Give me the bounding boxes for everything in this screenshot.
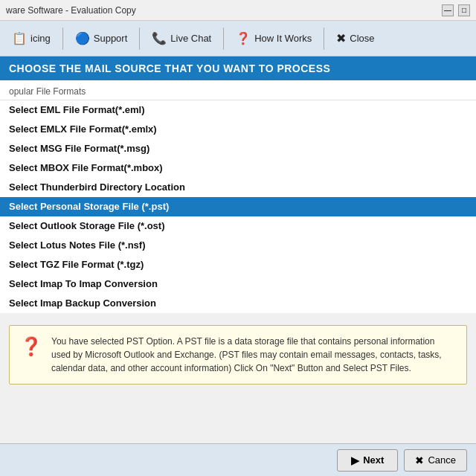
format-item-tgz[interactable]: Select TGZ File Format (*.tgz) (0, 255, 476, 274)
restore-button[interactable]: □ (458, 4, 470, 16)
format-item-nsf[interactable]: Select Lotus Notes File (*.nsf) (0, 236, 476, 255)
livechat-button[interactable]: 📞 Live Chat (143, 27, 220, 50)
licensing-button[interactable]: 📋 icing (3, 27, 60, 50)
header-text: CHOOSE THE MAIL SOURCE THAT YOU WANT TO … (9, 62, 330, 74)
cancel-label: Cance (428, 454, 456, 466)
format-item-imapbackup[interactable]: Select Imap Backup Conversion (0, 294, 476, 313)
title-bar-text: ware Software - Evaluation Copy (6, 5, 136, 16)
format-item-thunderbird[interactable]: Select Thunderbird Directory Location (0, 178, 476, 197)
info-box: ❓ You have selected PST Option. A PST fi… (9, 325, 467, 385)
next-label: Next (363, 454, 384, 466)
separator-3 (223, 28, 224, 50)
cancel-icon: ✖ (415, 454, 424, 466)
next-button[interactable]: ▶ Next (337, 449, 398, 472)
livechat-label: Live Chat (170, 33, 211, 44)
livechat-icon: 📞 (152, 31, 167, 45)
support-button[interactable]: 🔵 Support (66, 27, 137, 50)
separator-2 (139, 28, 140, 50)
support-icon: 🔵 (75, 31, 90, 45)
format-item-eml[interactable]: Select EML File Format(*.eml) (0, 100, 476, 120)
format-item-pst[interactable]: Select Personal Storage File (*.pst) (0, 197, 476, 216)
next-icon: ▶ (351, 454, 359, 466)
info-icon: ❓ (20, 336, 42, 357)
section-label: opular File Formats (0, 80, 476, 100)
howitworks-icon: ❓ (236, 31, 251, 45)
licensing-icon: 📋 (12, 31, 27, 45)
cancel-button[interactable]: ✖ Cance (404, 449, 467, 472)
format-item-emlx[interactable]: Select EMLX File Format(*.emlx) (0, 120, 476, 139)
header-bar: CHOOSE THE MAIL SOURCE THAT YOU WANT TO … (0, 57, 476, 80)
main-content: opular File Formats Select EML File Form… (0, 80, 476, 313)
info-text: You have selected PST Option. A PST file… (51, 335, 456, 375)
separator-1 (62, 28, 63, 50)
format-list: Select EML File Format(*.eml)Select EMLX… (0, 100, 476, 313)
bottom-bar: ▶ Next ✖ Cance (0, 443, 476, 476)
separator-4 (324, 28, 324, 50)
howitworks-label: How It Works (254, 33, 312, 44)
close-button[interactable]: ✖ Close (327, 27, 383, 50)
licensing-label: icing (30, 33, 51, 44)
minimize-button[interactable]: — (442, 4, 454, 16)
format-item-mbox[interactable]: Select MBOX File Format(*.mbox) (0, 158, 476, 178)
format-item-ost[interactable]: Select Outlook Storage File (*.ost) (0, 216, 476, 236)
format-item-imap2imap[interactable]: Select Imap To Imap Conversion (0, 274, 476, 294)
toolbar: 📋 icing 🔵 Support 📞 Live Chat ❓ How It W… (0, 21, 476, 57)
close-label: Close (350, 33, 374, 44)
title-bar: ware Software - Evaluation Copy — □ (0, 0, 476, 21)
close-icon: ✖ (336, 31, 346, 45)
howitworks-button[interactable]: ❓ How It Works (227, 27, 321, 50)
format-item-msg[interactable]: Select MSG File Format(*.msg) (0, 139, 476, 158)
support-label: Support (94, 33, 128, 44)
title-bar-controls: — □ (442, 4, 470, 16)
